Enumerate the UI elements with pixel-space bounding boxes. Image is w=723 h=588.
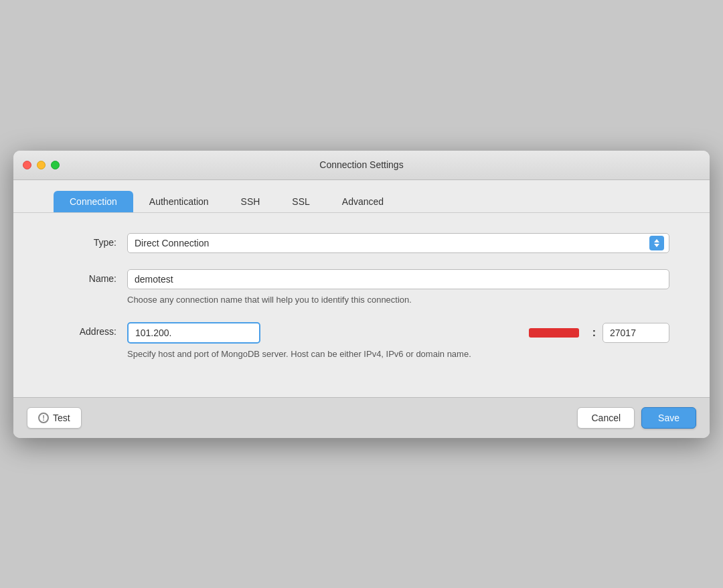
address-label: Address: [54, 322, 127, 337]
tab-advanced[interactable]: Advanced [326, 191, 400, 212]
name-help-text: Choose any connection name that will hel… [127, 293, 669, 307]
address-input[interactable] [127, 322, 260, 344]
name-row: Name: Choose any connection name that wi… [54, 269, 669, 307]
colon-separator: : [592, 327, 596, 339]
alert-icon: ! [38, 413, 49, 423]
name-field: Choose any connection name that will hel… [127, 269, 669, 307]
name-input[interactable] [127, 269, 669, 289]
type-select-wrapper: Direct Connection Replica Set Sharded Cl… [127, 233, 669, 253]
address-field: : Specify host and port of MongoDB serve… [127, 322, 669, 361]
save-button[interactable]: Save [641, 407, 696, 429]
tabs-container: Connection Authentication SSH SSL Advanc… [13, 180, 710, 213]
maximize-button[interactable] [51, 161, 60, 169]
type-select[interactable]: Direct Connection Replica Set Sharded Cl… [127, 233, 669, 253]
tab-ssl[interactable]: SSL [276, 191, 325, 212]
right-buttons: Cancel Save [577, 407, 696, 429]
tab-ssh[interactable]: SSH [225, 191, 276, 212]
window-title: Connection Settings [319, 159, 403, 170]
address-input-wrapper [127, 322, 586, 344]
bottom-bar: ! Test Cancel Save [13, 397, 710, 438]
close-button[interactable] [23, 161, 31, 169]
type-row: Type: Direct Connection Replica Set Shar… [54, 233, 669, 253]
minimize-button[interactable] [37, 161, 46, 169]
connection-settings-window: Connection Settings Connection Authentic… [13, 151, 710, 438]
redacted-overlay [529, 328, 579, 338]
test-button-label: Test [53, 413, 70, 423]
name-label: Name: [54, 269, 127, 284]
port-input[interactable] [602, 323, 669, 343]
title-bar: Connection Settings [13, 151, 710, 180]
content-area: Type: Direct Connection Replica Set Shar… [13, 213, 710, 397]
tab-authentication[interactable]: Authentication [133, 191, 225, 212]
type-label: Type: [54, 233, 127, 248]
type-field: Direct Connection Replica Set Sharded Cl… [127, 233, 669, 253]
test-button[interactable]: ! Test [27, 407, 82, 429]
cancel-button[interactable]: Cancel [577, 407, 635, 429]
traffic-lights [23, 161, 60, 169]
address-fields-container: : [127, 322, 669, 344]
tab-connection[interactable]: Connection [54, 191, 133, 212]
address-help-text: Specify host and port of MongoDB server.… [127, 348, 669, 361]
address-row: Address: : Specify host and port of Mong… [54, 322, 669, 361]
